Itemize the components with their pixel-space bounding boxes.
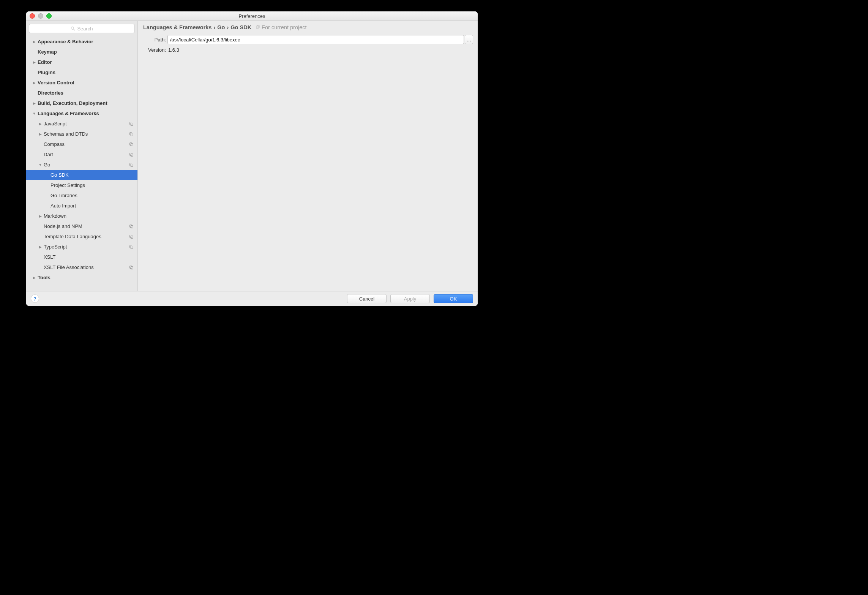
project-scope-icon bbox=[129, 132, 134, 136]
copy-icon bbox=[256, 25, 260, 30]
sidebar-item-label: TypeScript bbox=[44, 244, 67, 250]
sidebar-item-label: Appearance & Behavior bbox=[38, 39, 93, 44]
chevron-down-icon: ▼ bbox=[32, 112, 36, 116]
chevron-right-icon: ▶ bbox=[32, 60, 36, 64]
chevron-right-icon: ▶ bbox=[32, 40, 36, 44]
close-window-button[interactable] bbox=[30, 13, 35, 19]
project-scope-icon bbox=[129, 163, 134, 167]
minimize-window-button[interactable] bbox=[38, 13, 43, 19]
path-input[interactable] bbox=[167, 35, 464, 44]
breadcrumb-part: Languages & Frameworks bbox=[143, 24, 212, 30]
sidebar-item[interactable]: ▶Version Control bbox=[26, 78, 137, 88]
zoom-window-button[interactable] bbox=[46, 13, 52, 19]
sidebar-item-label: Dart bbox=[44, 152, 53, 157]
project-scope-icon bbox=[129, 224, 134, 229]
breadcrumb: Languages & Frameworks › Go › Go SDK For… bbox=[138, 21, 478, 33]
sidebar-item-label: Compass bbox=[44, 141, 65, 147]
sidebar-item-label: Template Data Languages bbox=[44, 234, 101, 239]
chevron-down-icon: ▼ bbox=[38, 163, 42, 167]
search-placeholder: Search bbox=[77, 26, 93, 32]
project-scope-icon bbox=[129, 245, 134, 249]
project-scope-icon bbox=[129, 152, 134, 157]
browse-button[interactable]: … bbox=[465, 35, 473, 44]
sidebar-item[interactable]: ▶Appearance & Behavior bbox=[26, 36, 137, 47]
sidebar: Search ▶Appearance & BehaviorKeymap▶Edit… bbox=[26, 21, 138, 291]
sidebar-item-label: Directories bbox=[38, 90, 63, 96]
project-scope-icon bbox=[129, 234, 134, 239]
sidebar-item[interactable]: ▶TypeScript bbox=[26, 242, 137, 252]
main-panel: Languages & Frameworks › Go › Go SDK For… bbox=[138, 21, 478, 291]
version-label: Version: bbox=[143, 47, 167, 53]
sidebar-item[interactable]: Project Settings bbox=[26, 180, 137, 190]
path-label: Path: bbox=[143, 37, 167, 43]
search-icon bbox=[71, 26, 75, 31]
sidebar-item[interactable]: Node.js and NPM bbox=[26, 221, 137, 231]
sidebar-item[interactable]: Keymap bbox=[26, 47, 137, 57]
sidebar-item[interactable]: XSLT File Associations bbox=[26, 262, 137, 272]
chevron-right-icon: ▶ bbox=[38, 214, 42, 218]
sidebar-item-label: Auto Import bbox=[51, 203, 76, 209]
sidebar-item-label: Schemas and DTDs bbox=[44, 131, 88, 137]
sidebar-item-label: XSLT bbox=[44, 254, 56, 260]
sidebar-item[interactable]: Directories bbox=[26, 88, 137, 98]
sidebar-item[interactable]: ▶Tools bbox=[26, 272, 137, 283]
project-scope-icon bbox=[129, 122, 134, 126]
sidebar-item[interactable]: ▶Markdown bbox=[26, 211, 137, 221]
sidebar-item[interactable]: Plugins bbox=[26, 67, 137, 78]
sidebar-item-label: Go Libraries bbox=[51, 193, 77, 198]
search-wrap: Search bbox=[26, 21, 137, 36]
breadcrumb-part: Go bbox=[217, 24, 225, 30]
sidebar-item-label: Version Control bbox=[38, 80, 74, 85]
cancel-button[interactable]: Cancel bbox=[347, 294, 387, 303]
sidebar-item[interactable]: ▶Editor bbox=[26, 57, 137, 67]
sidebar-item-label: Build, Execution, Deployment bbox=[38, 100, 107, 106]
chevron-right-icon: ▶ bbox=[38, 245, 42, 249]
footer: ? Cancel Apply OK bbox=[26, 291, 478, 306]
help-button[interactable]: ? bbox=[31, 294, 39, 303]
settings-tree: ▶Appearance & BehaviorKeymap▶EditorPlugi… bbox=[26, 36, 137, 291]
sidebar-item[interactable]: Auto Import bbox=[26, 201, 137, 211]
body: Search ▶Appearance & BehaviorKeymap▶Edit… bbox=[26, 21, 478, 291]
sidebar-item[interactable]: Go Libraries bbox=[26, 190, 137, 201]
sidebar-item-label: Editor bbox=[38, 59, 52, 65]
sidebar-item-label: Go bbox=[44, 162, 50, 168]
titlebar: Preferences bbox=[26, 11, 478, 21]
sidebar-item[interactable]: XSLT bbox=[26, 252, 137, 262]
version-value: 1.6.3 bbox=[167, 47, 472, 53]
chevron-right-icon: ▶ bbox=[38, 122, 42, 126]
sidebar-item-label: Languages & Frameworks bbox=[38, 111, 99, 116]
breadcrumb-sep: › bbox=[214, 24, 216, 30]
sidebar-item-label: Go SDK bbox=[51, 172, 69, 178]
sidebar-item[interactable]: ▶Schemas and DTDs bbox=[26, 129, 137, 139]
sidebar-item-label: JavaScript bbox=[44, 121, 67, 127]
sidebar-item-label: Node.js and NPM bbox=[44, 223, 82, 229]
ok-button[interactable]: OK bbox=[434, 294, 473, 303]
chevron-right-icon: ▶ bbox=[32, 101, 36, 105]
breadcrumb-part: Go SDK bbox=[230, 24, 251, 30]
apply-button[interactable]: Apply bbox=[390, 294, 430, 303]
window-title: Preferences bbox=[26, 13, 478, 19]
svg-line-1 bbox=[74, 29, 75, 30]
sidebar-item[interactable]: Compass bbox=[26, 139, 137, 149]
preferences-window: Preferences Search ▶Appearance & Behavio… bbox=[26, 11, 478, 306]
sidebar-item[interactable]: Template Data Languages bbox=[26, 231, 137, 242]
sidebar-item[interactable]: ▶JavaScript bbox=[26, 119, 137, 129]
sidebar-item[interactable]: ▼Go bbox=[26, 160, 137, 170]
project-scope-icon bbox=[129, 142, 134, 147]
window-controls bbox=[30, 13, 52, 19]
sidebar-item[interactable]: ▶Build, Execution, Deployment bbox=[26, 98, 137, 108]
sidebar-item[interactable]: Dart bbox=[26, 149, 137, 160]
sidebar-item-label: Project Settings bbox=[51, 182, 85, 188]
project-scope-hint: For current project bbox=[256, 24, 306, 30]
project-scope-icon bbox=[129, 265, 134, 270]
sidebar-item[interactable]: ▼Languages & Frameworks bbox=[26, 108, 137, 119]
sidebar-item-label: Markdown bbox=[44, 213, 66, 219]
chevron-right-icon: ▶ bbox=[32, 276, 36, 280]
sidebar-item[interactable]: Go SDK bbox=[26, 170, 137, 180]
sidebar-item-label: Plugins bbox=[38, 70, 55, 75]
breadcrumb-sep: › bbox=[227, 24, 229, 30]
sidebar-item-label: Keymap bbox=[38, 49, 57, 55]
search-input[interactable]: Search bbox=[29, 24, 135, 33]
go-sdk-form: Path: … Version: 1.6.3 bbox=[138, 33, 478, 54]
sidebar-item-label: Tools bbox=[38, 275, 51, 280]
